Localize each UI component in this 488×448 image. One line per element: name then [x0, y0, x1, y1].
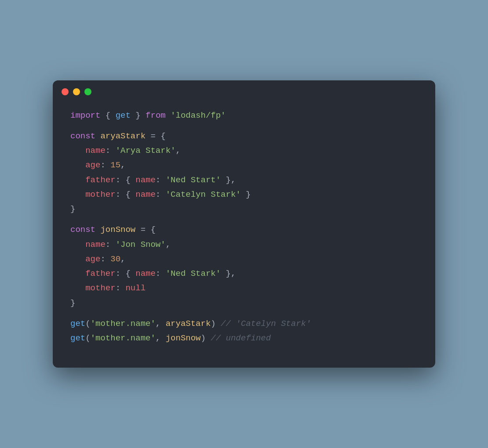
arya-close: } [70, 202, 418, 217]
jon-mother: mother: null [70, 281, 418, 296]
arya-name: name: 'Arya Stark', [70, 144, 418, 158]
titlebar [53, 80, 435, 100]
maximize-dot[interactable] [84, 88, 91, 95]
jon-declaration: const jonSnow = { [70, 223, 418, 237]
jon-age: age: 30, [70, 252, 418, 267]
jon-father: father: { name: 'Ned Stark' }, [70, 267, 418, 281]
import-line: import { get } from 'lodash/fp' [70, 108, 418, 123]
arya-declaration: const aryaStark = { [70, 129, 418, 144]
get-call-2: get('mother.name', jonSnow) // undefined [70, 331, 418, 346]
code-editor: import { get } from 'lodash/fp' const ar… [53, 100, 435, 350]
arya-age: age: 15, [70, 158, 418, 173]
minimize-dot[interactable] [73, 88, 80, 95]
get-call-1: get('mother.name', aryaStark) // 'Cately… [70, 317, 418, 331]
arya-father: father: { name: 'Ned Start' }, [70, 173, 418, 188]
jon-name: name: 'Jon Snow', [70, 238, 418, 252]
close-dot[interactable] [62, 88, 69, 95]
jon-close: } [70, 296, 418, 311]
arya-mother: mother: { name: 'Catelyn Stark' } [70, 188, 418, 202]
code-window: import { get } from 'lodash/fp' const ar… [53, 80, 435, 368]
